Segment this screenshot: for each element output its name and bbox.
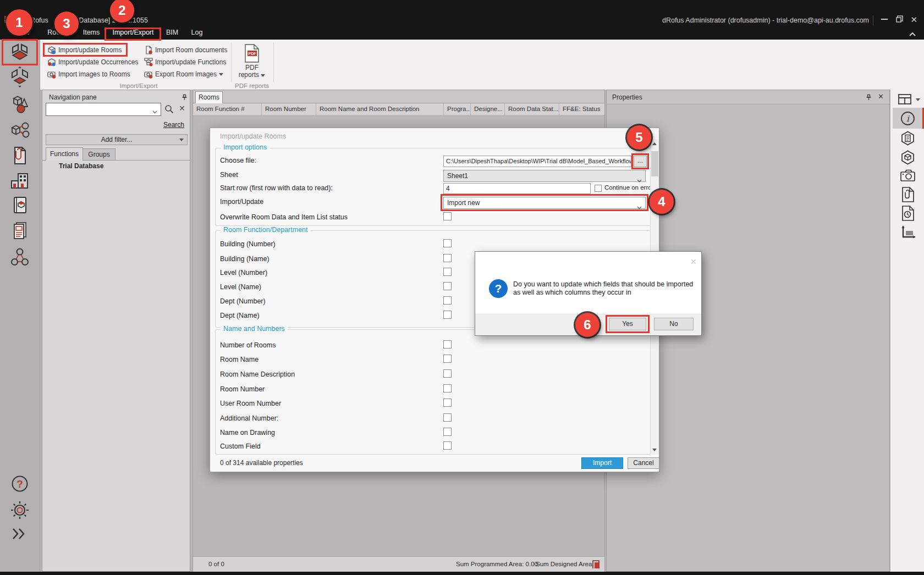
dialog-title: Import/update Rooms: [220, 132, 286, 140]
add-filter-button[interactable]: Add filter...: [46, 134, 188, 145]
tab-log[interactable]: Log: [189, 26, 205, 38]
scroll-down-icon[interactable]: [652, 449, 657, 451]
continue-on-errors-checkbox[interactable]: [595, 185, 602, 192]
restore-button[interactable]: [896, 15, 903, 24]
help-icon[interactable]: ?: [9, 473, 31, 496]
info-icon[interactable]: i: [900, 111, 915, 128]
cube-occurrence-icon: [47, 58, 56, 67]
expand-sidebar-icon[interactable]: [10, 526, 28, 544]
tab-functions[interactable]: Functions: [46, 147, 83, 161]
chevron-down-icon[interactable]: [152, 108, 157, 115]
window-bottom-edge: [0, 572, 924, 575]
import-update-functions-button[interactable]: Import/update Functions: [144, 57, 226, 68]
field-checkbox[interactable]: [443, 441, 452, 450]
search-link[interactable]: Search: [163, 121, 184, 129]
attachment-document-icon[interactable]: [901, 187, 915, 204]
buildings-icon[interactable]: [9, 169, 31, 193]
column-header[interactable]: Room Function #: [193, 103, 262, 115]
overwrite-checkbox[interactable]: [443, 212, 452, 220]
tab-rooms-view[interactable]: Rooms: [195, 91, 223, 103]
sheet-dropdown[interactable]: Sheet1: [443, 170, 646, 182]
import-room-documents-button[interactable]: Import Room documents: [144, 45, 227, 56]
minimize-button[interactable]: [881, 19, 888, 20]
column-header[interactable]: Room Number: [262, 103, 316, 115]
field-checkbox[interactable]: [443, 384, 452, 392]
highlight-box-import-update-rooms: [43, 43, 128, 57]
pdf-file-icon: PDF: [244, 44, 260, 63]
field-checkbox[interactable]: [443, 355, 452, 363]
camera-icon[interactable]: [900, 169, 916, 184]
column-header[interactable]: Designe...: [471, 103, 505, 115]
search-input[interactable]: [46, 103, 161, 116]
column-header[interactable]: Room Data Stat...: [505, 103, 559, 115]
document-hexagon-icon[interactable]: [900, 131, 915, 147]
export-room-images-button[interactable]: Export Room images: [144, 69, 223, 80]
field-checkbox[interactable]: [443, 428, 452, 436]
ribbon-group-import-export: Import/Export: [110, 82, 167, 89]
settings-gear-icon[interactable]: [9, 499, 31, 523]
reports-icon[interactable]: [9, 220, 31, 244]
tab-groups[interactable]: Groups: [82, 148, 116, 161]
dropdown-caret-icon: [179, 139, 184, 141]
items-icon[interactable]: [9, 93, 31, 117]
clear-search-icon[interactable]: ✕: [179, 104, 185, 113]
item-occurrences-icon[interactable]: [9, 119, 31, 143]
choose-file-input[interactable]: C:\Users\DipeshThapa\Desktop\WIP\Trial d…: [443, 156, 631, 167]
field-checkbox[interactable]: [443, 311, 452, 319]
column-header[interactable]: Progra...: [444, 103, 471, 115]
relations-icon[interactable]: [9, 246, 31, 270]
area-measure-icon[interactable]: [900, 225, 917, 242]
field-row-label: User Room Number: [220, 400, 435, 407]
collapse-ribbon-icon[interactable]: [909, 31, 916, 38]
field-checkbox[interactable]: [443, 399, 452, 407]
history-document-icon[interactable]: [901, 206, 915, 223]
scrollbar-thumb[interactable]: [651, 151, 658, 176]
product-catalog-icon[interactable]: [9, 194, 31, 218]
field-row-label: Name on Drawing: [220, 429, 435, 436]
field-checkbox[interactable]: [443, 340, 452, 349]
start-row-input[interactable]: 4: [443, 183, 591, 194]
field-checkbox[interactable]: [443, 413, 452, 422]
pin-icon[interactable]: [865, 94, 872, 102]
field-checkbox[interactable]: [443, 239, 452, 247]
functions-tree-icon: [144, 58, 153, 67]
search-icon[interactable]: [164, 104, 174, 115]
field-row-label: Level (Name): [220, 283, 435, 291]
tab-bim[interactable]: BIM: [163, 26, 181, 38]
cancel-button[interactable]: Cancel: [628, 457, 659, 469]
caret-down-icon[interactable]: [916, 98, 920, 101]
import-button[interactable]: Import: [581, 457, 623, 469]
import-update-occurrences-button[interactable]: Import/update Occurrences: [47, 57, 138, 68]
attachments-icon[interactable]: [9, 145, 31, 168]
column-header[interactable]: FF&E: Status: [559, 103, 604, 115]
field-checkbox[interactable]: [443, 282, 452, 290]
field-checkbox[interactable]: [443, 296, 452, 305]
no-button[interactable]: No: [654, 318, 694, 330]
close-button[interactable]: ✕: [910, 15, 917, 25]
field-checkbox[interactable]: [443, 268, 452, 276]
field-checkbox[interactable]: [443, 369, 452, 378]
field-row-label: Dept (Number): [220, 297, 435, 305]
scroll-up-icon[interactable]: [652, 142, 657, 145]
ribbon: Import/update Rooms Import/update Occurr…: [0, 40, 924, 90]
layout-panel-icon[interactable]: [898, 94, 912, 108]
room-templates-icon[interactable]: [9, 66, 31, 90]
field-row-label: Room Name Description: [220, 371, 435, 378]
column-header[interactable]: Room Name and Room Description: [316, 103, 444, 115]
ribbon-separator: [231, 43, 232, 82]
import-images-to-rooms-button[interactable]: Import images to Rooms: [47, 69, 130, 80]
close-panel-icon[interactable]: ✕: [878, 92, 884, 101]
tree-root-trial-database[interactable]: Trial Database: [59, 162, 103, 170]
msgbox-close-icon[interactable]: ✕: [690, 257, 697, 266]
annotation-step-4: 4: [650, 190, 674, 214]
titlebar-divider: [873, 15, 873, 25]
field-checkbox[interactable]: [443, 254, 452, 262]
model-hexagon-icon[interactable]: [900, 150, 915, 167]
pin-icon[interactable]: [181, 94, 188, 102]
ribbon-separator: [273, 43, 274, 82]
tab-items[interactable]: Items: [81, 26, 102, 38]
import-update-label: Import/Update: [220, 198, 263, 206]
svg-text:i: i: [906, 114, 910, 124]
camera-import-icon: [47, 70, 56, 79]
camera-export-icon: [144, 70, 153, 79]
